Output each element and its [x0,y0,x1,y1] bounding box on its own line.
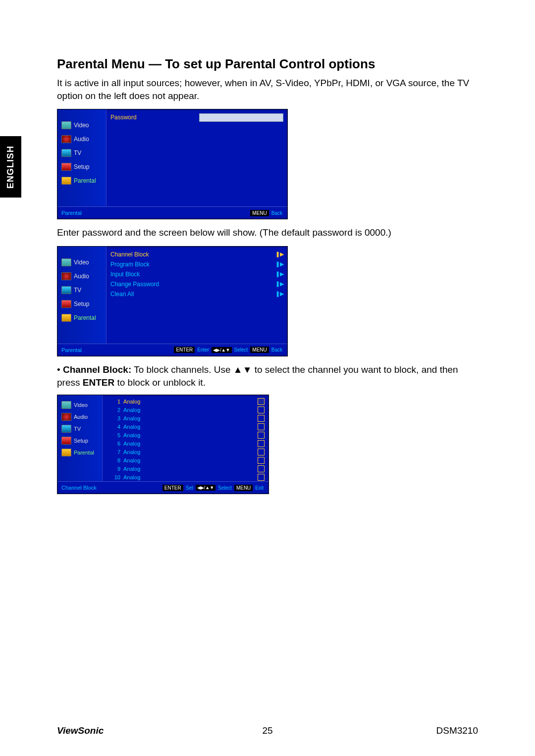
channel-row[interactable]: 2Analog [107,405,265,414]
sidebar-item-video[interactable]: Video [57,399,102,411]
tv-icon [61,425,71,433]
tv-icon [61,149,71,157]
block-checkbox[interactable] [258,449,265,455]
block-checkbox[interactable] [258,440,265,447]
sidebar-item-setup[interactable]: Setup [57,435,102,447]
channel-row[interactable]: 10Analog [107,473,265,481]
setup-icon [61,163,71,171]
bullet-channel-block: • Channel Block: To block channels. Use … [57,363,478,389]
channel-type: Analog [123,407,163,413]
setup-icon [61,300,71,308]
bullet-enter: ENTER [83,377,114,388]
sidebar-item-audio[interactable]: Audio [57,411,102,423]
password-label: Password [110,114,199,121]
block-checkbox[interactable] [258,474,265,481]
channel-type: Analog [123,474,163,480]
menu-key: MENU [234,485,253,491]
block-checkbox[interactable] [258,406,265,413]
sidebar-item-label: Video [74,402,88,408]
menu-val: Back [270,347,283,353]
video-icon [61,121,71,129]
osd-main: 1Analog2Analog3Analog4Analog5Analog6Anal… [102,395,268,481]
sidebar-item-audio[interactable]: Audio [57,269,106,283]
video-icon [61,258,71,266]
block-checkbox[interactable] [258,457,265,464]
option-change-password[interactable]: Change Password❚▶ [110,279,283,289]
channel-row[interactable]: 8Analog [107,456,265,464]
sidebar-item-label: Audio [74,273,89,280]
sidebar-item-label: Setup [74,438,88,444]
option-program-block[interactable]: Program Block❚▶ [110,259,283,269]
password-input[interactable] [199,113,283,122]
osd-body: Video Audio TV Setup Parental 1Analog2An… [57,395,268,481]
sidebar-item-parental[interactable]: Parental [57,174,106,188]
enter-val: Enter [196,347,210,353]
after-password-text: Enter password and the screen below will… [57,226,478,239]
audio-icon [61,413,71,421]
sidebar-item-parental[interactable]: Parental [57,447,102,458]
menu-val: Exit [254,485,265,491]
channel-row[interactable]: 4Analog [107,422,265,431]
nav-arrows-icon: ◀▶/▲▼ [196,485,215,491]
channel-row[interactable]: 9Analog [107,464,265,473]
sidebar-item-audio[interactable]: Audio [57,132,106,146]
option-label: Program Block [110,261,275,268]
bullet-label: Channel Block: [63,364,131,375]
channel-number: 3 [107,415,123,421]
osd-main: Channel Block❚▶ Program Block❚▶ Input Bl… [106,247,287,344]
osd-password: Video Audio TV Setup Parental Password P… [57,109,288,219]
channel-row[interactable]: 5Analog [107,431,265,439]
audio-icon [61,135,71,143]
footer-model: DSM3210 [338,725,478,736]
osd-footer-title: Channel Block [61,485,162,491]
osd-hint: MENU Back [250,210,283,216]
osd-footer-title: Parental [61,347,174,353]
osd-hint: ENTER Set ◀▶/▲▼ Select MENU Exit [162,485,265,491]
sidebar-item-setup[interactable]: Setup [57,160,106,174]
sidebar-item-tv[interactable]: TV [57,146,106,160]
channel-row[interactable]: 3Analog [107,414,265,422]
block-checkbox[interactable] [258,432,265,439]
sidebar-item-tv[interactable]: TV [57,423,102,435]
sidebar-item-video[interactable]: Video [57,255,106,269]
block-checkbox[interactable] [258,398,265,405]
sidebar-item-label: Setup [74,163,89,170]
footer-brand: ViewSonic [57,725,197,736]
channel-type: Analog [123,466,163,472]
osd-parental-options: Video Audio TV Setup Parental Channel Bl… [57,246,288,356]
osd-sidebar: Video Audio TV Setup Parental [57,247,106,344]
option-input-block[interactable]: Input Block❚▶ [110,269,283,279]
sidebar-item-video[interactable]: Video [57,118,106,132]
option-channel-block[interactable]: Channel Block❚▶ [110,250,283,259]
manual-page: ENGLISH Parental Menu — To set up Parent… [0,0,535,756]
channel-number: 9 [107,466,123,472]
audio-icon [61,272,71,280]
sidebar-item-label: Parental [74,450,94,455]
sidebar-item-tv[interactable]: TV [57,283,106,297]
channel-row[interactable]: 7Analog [107,448,265,456]
block-checkbox[interactable] [258,465,265,472]
channel-row[interactable]: 6Analog [107,439,265,448]
option-clean-all[interactable]: Clean All❚▶ [110,289,283,299]
channel-number: 10 [107,474,123,480]
channel-row[interactable]: 1Analog [107,397,265,405]
block-checkbox[interactable] [258,415,265,422]
password-row[interactable]: Password [110,112,283,122]
channel-type: Analog [123,441,163,447]
sidebar-item-setup[interactable]: Setup [57,297,106,311]
block-checkbox[interactable] [258,423,265,430]
osd-sidebar: Video Audio TV Setup Parental [57,109,106,206]
page-content: Parental Menu — To set up Parental Contr… [57,56,478,501]
sidebar-item-label: Audio [74,136,89,143]
bullet-text-2: to block or unblock it. [114,377,206,388]
nav-arrows-icon: ◀▶/▲▼ [212,347,231,353]
channel-number: 1 [107,399,123,404]
osd-body: Video Audio TV Setup Parental Password [57,109,287,206]
menu-val: Back [270,210,283,216]
page-footer: ViewSonic 25 DSM3210 [57,725,478,736]
sidebar-item-label: Parental [74,177,96,184]
osd-footer: Parental ENTER Enter ◀▶/▲▼ Select MENU B… [57,344,287,356]
channel-number: 2 [107,407,123,413]
sidebar-item-parental[interactable]: Parental [57,311,106,325]
option-label: Channel Block [110,251,275,258]
